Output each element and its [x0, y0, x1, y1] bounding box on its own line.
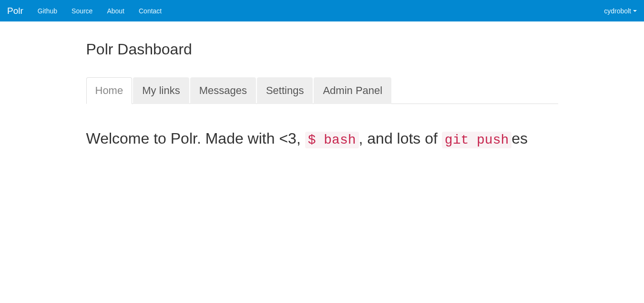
- page-title: Polr Dashboard: [86, 41, 558, 58]
- tab-settings[interactable]: Settings: [257, 77, 314, 104]
- welcome-code-bash: $ bash: [305, 132, 359, 148]
- nav-link-github[interactable]: Github: [31, 1, 64, 21]
- tab-home-link[interactable]: Home: [86, 77, 133, 104]
- tab-home[interactable]: Home: [86, 77, 133, 104]
- tab-admin-panel[interactable]: Admin Panel: [314, 77, 392, 104]
- tab-messages[interactable]: Messages: [190, 77, 257, 104]
- welcome-part2: , and lots of: [359, 130, 442, 147]
- navbar-user-dropdown[interactable]: cydrobolt: [597, 1, 637, 21]
- welcome-part1: Welcome to Polr. Made with <3,: [86, 130, 305, 147]
- navbar-username: cydrobolt: [604, 7, 631, 15]
- tab-settings-link[interactable]: Settings: [257, 77, 313, 104]
- tab-admin-panel-link[interactable]: Admin Panel: [314, 77, 391, 104]
- welcome-text: Welcome to Polr. Made with <3, $ bash, a…: [86, 128, 558, 149]
- tab-messages-link[interactable]: Messages: [190, 77, 256, 104]
- navbar-right: cydrobolt: [597, 1, 637, 21]
- nav-tabs: Home My links Messages Settings Admin Pa…: [86, 77, 558, 104]
- nav-link-source[interactable]: Source: [64, 1, 100, 21]
- caret-down-icon: [633, 10, 637, 12]
- tab-my-links-link[interactable]: My links: [133, 77, 189, 104]
- navbar-left: Polr Github Source About Contact: [7, 1, 169, 21]
- nav-link-about[interactable]: About: [100, 1, 132, 21]
- navbar: Polr Github Source About Contact cydrobo…: [0, 0, 644, 21]
- nav-link-contact[interactable]: Contact: [132, 1, 169, 21]
- main-container: Polr Dashboard Home My links Messages Se…: [79, 41, 565, 149]
- tab-my-links[interactable]: My links: [133, 77, 190, 104]
- welcome-code-git-push: git push: [442, 132, 511, 148]
- welcome-part3: es: [511, 130, 528, 147]
- navbar-nav: Github Source About Contact: [31, 1, 169, 21]
- navbar-brand[interactable]: Polr: [7, 6, 23, 16]
